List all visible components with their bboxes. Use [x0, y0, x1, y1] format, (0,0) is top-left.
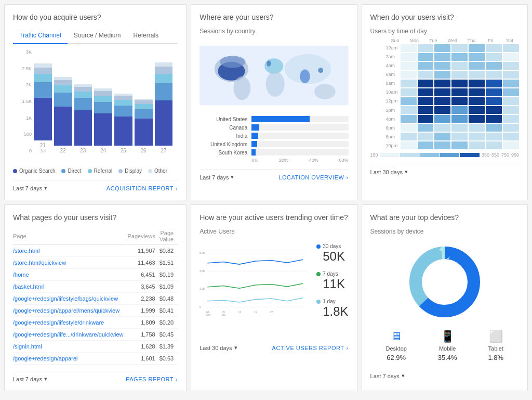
visit-time-footer: Last 30 days ▾	[370, 164, 519, 175]
heatmap-cell	[469, 106, 485, 114]
pages-report-link[interactable]: PAGES REPORT ›	[126, 376, 178, 382]
location-overview-link[interactable]: LOCATION OVERVIEW ›	[278, 174, 348, 180]
bar-other	[34, 63, 52, 68]
country-bar-bg-kr	[251, 149, 348, 156]
country-bar-fill-in	[251, 133, 258, 139]
visit-time-panel: When do your users visit? Users by time …	[362, 4, 528, 200]
heatmap-cell	[434, 62, 450, 70]
country-row-us: United States	[200, 116, 348, 122]
page-value: $0.82	[159, 245, 178, 257]
heatmap-cell	[503, 141, 519, 149]
legend-dot-direct	[61, 169, 65, 173]
bar-chart: 21 Jul 22	[13, 49, 178, 153]
bar-group-21: 21 Jul	[34, 49, 52, 153]
pageviews: 1,758	[127, 329, 159, 341]
tablet-icon: ⬜	[489, 330, 503, 343]
active-users-svg: 60K 40K 20K 0 28 Jun 05 Jul	[200, 238, 311, 332]
heatmap-cell	[434, 115, 450, 123]
svg-point-4	[234, 76, 251, 100]
pages-panel: What pages do your users visit? Page Pag…	[4, 204, 187, 391]
bar-direct	[34, 82, 52, 98]
pages-table: Page Pageviews Page Value /store.html 11…	[13, 228, 178, 365]
country-name-uk: United Kingdom	[200, 141, 251, 147]
heatmap-cell	[486, 133, 502, 140]
tab-source-medium[interactable]: Source / Medium	[68, 28, 127, 44]
pageviews: 6,451	[127, 269, 159, 281]
active-users-report-link[interactable]: ACTIVE USERS REPORT ›	[272, 345, 349, 351]
legend-dot-other	[148, 169, 152, 173]
heatmap-cell	[486, 80, 502, 87]
table-row: /signin.html 1,628 $1.39	[13, 341, 178, 353]
col-page: Page	[13, 228, 127, 245]
users-date-label: Last 7 days	[200, 174, 229, 180]
heatmap-cell	[418, 141, 434, 149]
arrow-right-icon: ›	[346, 345, 348, 351]
heatmap-cell	[486, 62, 502, 70]
heatmap-cell	[486, 106, 502, 114]
heatmap-cell	[486, 141, 502, 149]
heatmap-cell	[503, 71, 519, 79]
heatmap-cell	[418, 80, 434, 87]
heatmap-day-labels: Sun Mon Tue Wed Thu Fri Sat	[386, 38, 519, 43]
metric-7days: 7 days 11K	[316, 271, 348, 291]
heatmap-cell	[451, 97, 468, 105]
page-value: $1.09	[159, 281, 178, 293]
heatmap-cell	[503, 115, 519, 123]
table-row: /google+redesign/apparel 1,601 $0.63	[13, 353, 178, 365]
svg-point-6	[267, 60, 271, 66]
heatmap-cell	[451, 141, 468, 149]
bar-stack	[54, 77, 72, 146]
heatmap-legend-bar	[380, 153, 480, 157]
users-footer-date[interactable]: Last 7 days ▾	[200, 174, 234, 180]
heatmap-legend-row: 150 350 550 750 950	[370, 152, 519, 158]
heatmap-cell	[503, 44, 519, 52]
devices-footer-date[interactable]: Last 7 days ▾	[370, 372, 405, 379]
acquire-footer: Last 7 days ▾ ACQUISITION REPORT ›	[13, 180, 178, 191]
active-users-footer-date[interactable]: Last 30 days ▾	[200, 344, 237, 351]
users-panel: Where are your users? Sessions by countr…	[191, 4, 357, 200]
tab-referrals[interactable]: Referrals	[127, 28, 165, 44]
legend-direct: Direct	[61, 168, 81, 174]
legend-dot-display	[118, 169, 123, 173]
heatmap-col	[486, 44, 502, 149]
heatmap-col	[451, 44, 468, 149]
page-value: $1.39	[159, 341, 178, 353]
legend-label-other: Other	[154, 168, 167, 174]
heatmap-cell	[434, 106, 450, 114]
tab-traffic-channel[interactable]: Traffic Channel	[13, 28, 68, 44]
heatmap-cell	[418, 88, 434, 96]
pageviews: 1,601	[127, 353, 159, 365]
bar-x-sublabel: Jul	[40, 148, 46, 153]
heatmap-cell	[401, 124, 417, 132]
page-path: /signin.html	[13, 341, 127, 353]
heatmap-cell	[451, 44, 468, 52]
bar-chart-area: 3K 2.5K 2K 1.5K 1K 500 0	[13, 49, 178, 164]
heatmap-cell	[503, 133, 519, 140]
acquisition-report-link[interactable]: ACQUISITION REPORT ›	[107, 185, 178, 191]
legend-other: Other	[148, 168, 167, 174]
page-path: /google+redesign/apparel/mens/quickview	[13, 305, 127, 317]
bar-stack	[74, 84, 92, 146]
devices-footer: Last 7 days ▾	[370, 368, 519, 379]
visit-time-footer-date[interactable]: Last 30 days ▾	[370, 169, 408, 175]
country-bar-fill-ca	[251, 124, 259, 131]
heatmap-cell	[401, 141, 417, 149]
tablet-label: Tablet	[488, 345, 503, 352]
page-value: $0.63	[159, 353, 178, 365]
dot-30days	[316, 244, 321, 249]
country-row-kr: South Korea	[200, 149, 348, 156]
bar-group-25: 25	[114, 49, 132, 153]
bar-stack	[34, 63, 52, 140]
mobile-pct: 35.4%	[438, 354, 457, 362]
legend-dot-referral	[88, 169, 92, 173]
pageviews: 3,645	[127, 281, 159, 293]
heatmap-cell	[418, 124, 434, 132]
bar-x-label: 22	[60, 148, 66, 153]
device-desktop: 🖥 Desktop 62.9%	[386, 330, 407, 362]
heatmap-cell	[486, 71, 502, 79]
heatmap-cell	[503, 97, 519, 105]
pages-footer-date[interactable]: Last 7 days ▾	[13, 376, 47, 382]
table-row: /store.html 11,907 $0.82	[13, 245, 178, 257]
table-row: /google+redesign/apparel/mens/quickview …	[13, 305, 178, 317]
acquire-footer-date[interactable]: Last 7 days ▾	[13, 185, 47, 191]
